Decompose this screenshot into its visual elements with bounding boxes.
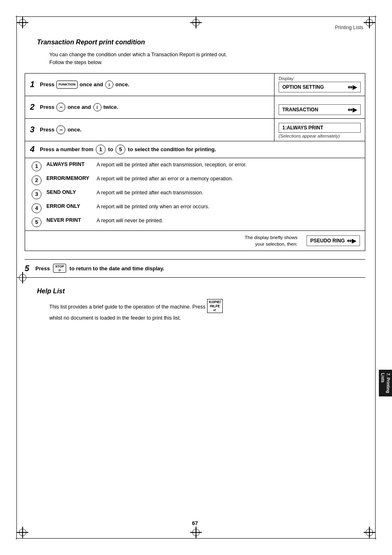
step2-number: 2 bbox=[30, 102, 37, 112]
step4-to: to bbox=[108, 146, 113, 152]
step-row-3: 3 Press − once. 1:ALWAYS PRINT (Selectio… bbox=[25, 119, 365, 141]
step3-note: (Selections appear alternately) bbox=[279, 134, 361, 138]
options-area: 1 ALWAYS PRINT A report will be printed … bbox=[25, 158, 365, 231]
option-5: 5 NEVER PRINT A report will never be pri… bbox=[32, 217, 358, 227]
page-header: Printing Lists bbox=[25, 25, 365, 30]
display-text-3: 1:ALWAYS PRINT bbox=[282, 125, 323, 131]
funktion-key[interactable]: FUNKTION bbox=[56, 81, 77, 89]
step1-instruction: Press FUNKTION once and i once. bbox=[40, 81, 129, 89]
display-label: Display: bbox=[279, 76, 361, 81]
option-3: 3 SEND ONLY A report will be printed aft… bbox=[32, 189, 358, 199]
option-3-desc: A report will be printed after each tran… bbox=[97, 189, 358, 197]
display-briefly-row: The display briefly showsyour selection,… bbox=[25, 231, 365, 251]
key-5-step4[interactable]: 5 bbox=[115, 145, 125, 154]
option-2-desc: A report will be printed after an error … bbox=[97, 175, 358, 183]
display-arrow-1: ⇔▶ bbox=[348, 84, 357, 90]
option-4-desc: A report will be printed only when an er… bbox=[97, 203, 358, 211]
step5-press-label: Press bbox=[35, 265, 50, 272]
option-3-name: SEND ONLY bbox=[46, 189, 92, 195]
step4-number: 4 bbox=[30, 145, 37, 154]
reg-mark-br bbox=[365, 528, 374, 537]
step3-left: 3 Press − once. bbox=[25, 119, 274, 141]
step5-standalone: 5 Press STOP⊙ to return to the date and … bbox=[25, 259, 365, 278]
step1-once: once. bbox=[115, 81, 129, 88]
display-arrow-2: ⇔▶ bbox=[348, 106, 357, 113]
key-1-circle-2[interactable]: i bbox=[93, 103, 101, 111]
step3-right: 1:ALWAYS PRINT (Selections appear altern… bbox=[274, 119, 365, 141]
help-intro-before: This list provides a brief guide to the … bbox=[49, 304, 205, 309]
reg-mark-tr bbox=[365, 18, 374, 27]
option-4: 4 ERROR ONLY A report will be printed on… bbox=[32, 203, 358, 213]
step1-press-label: Press bbox=[40, 81, 54, 88]
step5-suffix: to return to the date and time display. bbox=[69, 265, 164, 272]
display-box-briefly: PSEUDO RING ⇔▶ bbox=[307, 235, 360, 246]
step3-press-label: Press bbox=[40, 127, 54, 133]
step-row-1: 1 Press FUNKTION once and i once. Displa… bbox=[25, 74, 365, 96]
side-tab-text: 7. PrintingLists bbox=[380, 373, 391, 393]
help-section-title: Help List bbox=[37, 288, 365, 295]
option-1-desc: A report will be printed after each tran… bbox=[97, 161, 358, 169]
option-2-name: ERROR/MEMORY bbox=[46, 175, 92, 181]
key-1-circle[interactable]: i bbox=[105, 81, 113, 89]
option-4-name: ERROR ONLY bbox=[46, 203, 92, 209]
step4-suffix: to select the condition for printing. bbox=[128, 146, 216, 152]
help-intro: This list provides a brief guide to the … bbox=[49, 300, 365, 322]
nav-key-3[interactable]: − bbox=[56, 125, 65, 134]
step2-left: 2 Press − once and i twice. bbox=[25, 96, 274, 118]
option-2: 2 ERROR/MEMORY A report will be printed … bbox=[32, 175, 358, 185]
option-num-3: 3 bbox=[32, 189, 42, 199]
option-1-name: ALWAYS PRINT bbox=[46, 161, 92, 167]
step1-once-and: once and bbox=[80, 81, 103, 88]
display-text-briefly: PSEUDO RING bbox=[310, 238, 345, 244]
option-num-5: 5 bbox=[32, 217, 42, 227]
step3-instruction: Press − once. bbox=[40, 125, 81, 134]
kopie-hilfe-badge: KOPIE/ HILFE ↵ bbox=[207, 299, 223, 313]
display-briefly-text: The display briefly showsyour selection,… bbox=[30, 234, 302, 247]
section1-title: Transaction Report print condition bbox=[37, 39, 365, 46]
option-5-name: NEVER PRINT bbox=[46, 217, 92, 223]
step1-number: 1 bbox=[30, 80, 37, 89]
key-1-step4[interactable]: 1 bbox=[96, 145, 106, 154]
display-box-2: TRANSACTION ⇔▶ bbox=[279, 104, 361, 115]
steps-table: 1 Press FUNKTION once and i once. Displa… bbox=[25, 73, 365, 251]
badge-arrow: ↵ bbox=[213, 308, 217, 312]
step5-number: 5 bbox=[25, 264, 32, 273]
step1-left: 1 Press FUNKTION once and i once. bbox=[25, 74, 274, 96]
badge-line1: KOPIE/ bbox=[209, 300, 221, 304]
nav-key-2[interactable]: − bbox=[56, 103, 65, 112]
option-5-desc: A report will never be printed. bbox=[97, 217, 358, 225]
step1-right: Display: OPTION SETTING ⇔▶ bbox=[274, 74, 365, 96]
section1-intro: You can change the condition under which… bbox=[49, 51, 365, 67]
step2-twice: twice. bbox=[104, 104, 118, 110]
badge-line2: HILFE bbox=[210, 304, 220, 308]
header-title: Printing Lists bbox=[335, 25, 363, 30]
step2-once-and: once and bbox=[67, 104, 91, 110]
option-1: 1 ALWAYS PRINT A report will be printed … bbox=[32, 161, 358, 171]
display-arrow-briefly: ⇔▶ bbox=[347, 237, 356, 244]
display-box-3: 1:ALWAYS PRINT bbox=[279, 123, 361, 133]
display-text-1: OPTION SETTING bbox=[282, 84, 324, 90]
option-num-4: 4 bbox=[32, 203, 42, 213]
stop-key[interactable]: STOP⊙ bbox=[53, 264, 66, 273]
option-num-1: 1 bbox=[32, 161, 42, 171]
step2-instruction: Press − once and i twice. bbox=[40, 103, 118, 112]
help-intro-after: whilst no document is loaded in the feed… bbox=[49, 315, 181, 321]
step4-press-label: Press a number from bbox=[40, 146, 93, 152]
side-tab: 7. PrintingLists bbox=[379, 370, 392, 396]
step-row-2: 2 Press − once and i twice. TRANSACTION … bbox=[25, 96, 365, 119]
step4-row: 4 Press a number from 1 to 5 to select t… bbox=[25, 141, 365, 158]
step3-once: once. bbox=[67, 127, 81, 133]
display-text-2: TRANSACTION bbox=[282, 107, 318, 113]
display-box-1: OPTION SETTING ⇔▶ bbox=[279, 82, 361, 92]
step2-press-label: Press bbox=[40, 104, 54, 110]
step3-number: 3 bbox=[30, 125, 37, 134]
page-number: 67 bbox=[192, 520, 198, 526]
step2-right: TRANSACTION ⇔▶ bbox=[274, 96, 365, 118]
option-num-2: 2 bbox=[32, 175, 42, 185]
